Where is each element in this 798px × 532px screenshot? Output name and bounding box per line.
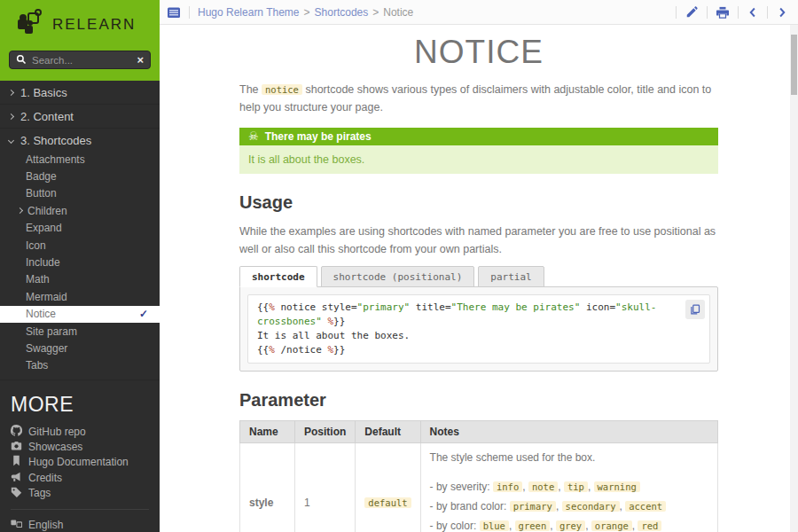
sidebar-section-content[interactable]: 2. Content: [0, 106, 160, 127]
sidebar-item-include[interactable]: Include: [0, 254, 160, 270]
notice-box-header: ☠ There may be pirates: [239, 128, 718, 145]
search-clear-icon[interactable]: ×: [137, 54, 144, 66]
breadcrumb-separator: >: [372, 6, 379, 19]
sidebar-more: MORE GitHub repo Showcases: [0, 380, 160, 532]
usage-paragraph: While the examples are using shortcodes …: [239, 223, 718, 259]
chevron-right-icon: [17, 207, 23, 214]
sidebar-section-shortcodes[interactable]: 3. Shortcodes: [0, 129, 160, 151]
github-icon: [11, 425, 22, 439]
inline-code: notice: [262, 84, 302, 95]
chevron-right-icon: [8, 89, 14, 95]
sidebar-item-button[interactable]: Button: [0, 185, 160, 202]
section-label: 2. Content: [20, 110, 74, 123]
link-credits[interactable]: Credits: [0, 470, 160, 485]
sidebar-item-site-param[interactable]: Site param: [0, 323, 160, 340]
sidebar-item-attachments[interactable]: Attachments: [0, 151, 160, 168]
breadcrumb-link-home[interactable]: Hugo Relearn Theme: [198, 6, 300, 19]
parameter-heading: Parameter: [239, 390, 718, 411]
app-window: RELEARN × 1. Basics 2. Content: [0, 0, 798, 532]
code-block: {{% notice style="primary" title="There …: [247, 294, 710, 364]
tags-icon: [11, 486, 22, 500]
more-heading: MORE: [0, 387, 160, 424]
sidebar-item-notice[interactable]: Notice ✓: [0, 306, 160, 323]
sidebar: RELEARN × 1. Basics 2. Content: [0, 0, 160, 532]
col-name: Name: [240, 420, 295, 442]
breadcrumb-separator: >: [304, 6, 310, 19]
breadcrumb: Hugo Relearn Theme > Shortcodes > Notice: [198, 6, 413, 19]
link-tags[interactable]: Tags: [0, 485, 160, 500]
tab-partial[interactable]: partial: [478, 266, 544, 287]
content-area: NOTICE The notice shortcode shows variou…: [160, 25, 798, 532]
copy-button[interactable]: [685, 300, 705, 319]
sidebar-item-children[interactable]: Children: [0, 202, 160, 219]
edit-button[interactable]: [685, 6, 698, 19]
page-title: NOTICE: [239, 34, 718, 71]
notice-box: ☠ There may be pirates It is all about t…: [239, 128, 718, 174]
bookmark-icon: [11, 455, 22, 469]
notice-box-body: It is all about the boxes.: [239, 145, 718, 174]
sidebar-toggle-button[interactable]: [167, 5, 181, 20]
search-input[interactable]: [32, 55, 131, 66]
camera-icon: [11, 440, 22, 454]
usage-heading: Usage: [239, 192, 718, 213]
col-position: Position: [295, 420, 356, 442]
chevron-down-icon: [8, 137, 14, 143]
section-label: 3. Shortcodes: [20, 134, 91, 147]
link-hugo-documentation[interactable]: Hugo Documentation: [0, 455, 160, 470]
sidebar-nav: 1. Basics 2. Content 3. Shortcodes Attac…: [0, 81, 160, 532]
table-header-row: Name Position Default Notes: [240, 420, 718, 442]
sidebar-item-expand[interactable]: Expand: [0, 220, 160, 237]
logo-text: RELEARN: [52, 16, 136, 34]
col-default: Default: [356, 420, 420, 442]
sidebar-section-basics[interactable]: 1. Basics: [0, 82, 160, 103]
parameter-table: Name Position Default Notes style 1 defa…: [239, 420, 718, 532]
skull-crossbones-icon: ☠: [248, 129, 259, 143]
search-icon: [16, 52, 27, 68]
sidebar-item-tabs[interactable]: Tabs: [0, 357, 160, 374]
logo[interactable]: RELEARN: [9, 6, 151, 51]
bullhorn-icon: [11, 471, 22, 485]
sidebar-item-icon[interactable]: Icon: [0, 237, 160, 254]
print-button[interactable]: [716, 6, 729, 19]
link-language-english[interactable]: English: [0, 518, 160, 532]
intro-paragraph: The notice shortcode shows various types…: [239, 81, 718, 117]
link-showcases[interactable]: Showcases: [0, 439, 160, 454]
topbar-divider: [189, 6, 190, 19]
prev-page-button[interactable]: [747, 7, 758, 18]
sidebar-item-swagger[interactable]: Swagger: [0, 340, 160, 356]
sidebar-item-mermaid[interactable]: Mermaid: [0, 288, 160, 305]
inline-code: default: [364, 497, 411, 508]
tab-shortcode-positional[interactable]: shortcode (positional): [321, 266, 475, 287]
breadcrumb-current: Notice: [383, 6, 413, 19]
section-label: 1. Basics: [20, 86, 67, 99]
link-github-repo[interactable]: GitHub repo: [0, 424, 160, 439]
main-area: Hugo Relearn Theme > Shortcodes > Notice: [160, 0, 798, 532]
notice-box-title: There may be pirates: [265, 130, 372, 143]
col-notes: Notes: [420, 420, 717, 442]
article: NOTICE The notice shortcode shows variou…: [239, 34, 718, 532]
scrollbar-track[interactable]: [790, 25, 798, 532]
sidebar-header: RELEARN ×: [0, 0, 160, 81]
check-icon: ✓: [139, 308, 148, 320]
sidebar-item-badge[interactable]: Badge: [0, 168, 160, 184]
notes-cell: The style scheme used for the box. - by …: [420, 442, 717, 532]
sidebar-divider: [11, 509, 149, 510]
puzzle-logo-icon: [14, 8, 44, 42]
table-row-style: style 1 default The style scheme used fo…: [240, 442, 718, 532]
search-box[interactable]: ×: [9, 51, 151, 69]
breadcrumb-link-shortcodes[interactable]: Shortcodes: [315, 6, 369, 19]
topbar: Hugo Relearn Theme > Shortcodes > Notice: [160, 0, 798, 25]
topbar-actions: [676, 6, 789, 19]
sidebar-item-math[interactable]: Math: [0, 271, 160, 288]
chevron-right-icon: [8, 113, 14, 119]
tab-panel: {{% notice style="primary" title="There …: [239, 286, 718, 372]
tab-bar: shortcode shortcode (positional) partial: [239, 266, 718, 286]
next-page-button[interactable]: [777, 7, 787, 18]
scrollbar-thumb[interactable]: [791, 35, 797, 95]
tab-shortcode[interactable]: shortcode: [239, 266, 317, 287]
language-icon: [11, 518, 22, 532]
